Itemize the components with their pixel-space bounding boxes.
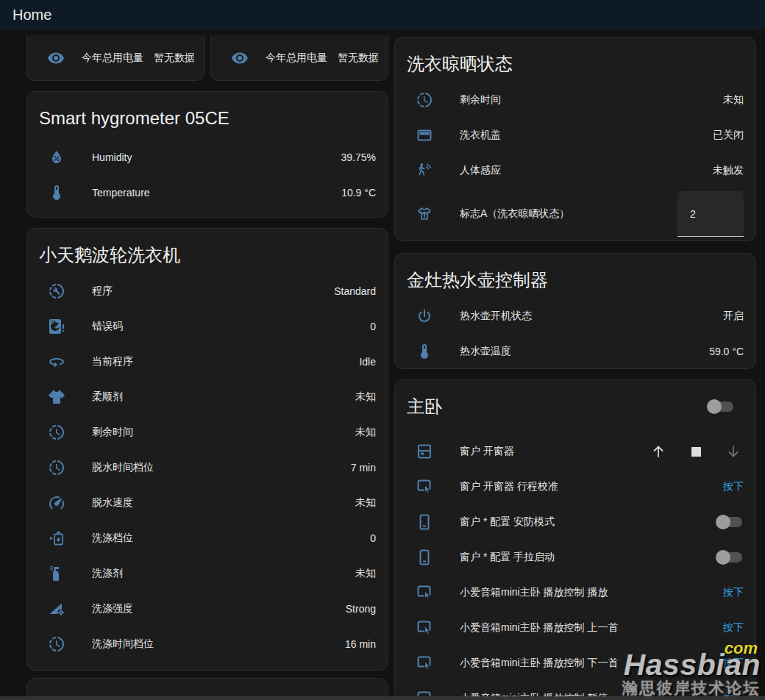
entity-value: Strong	[346, 603, 376, 615]
entity-label: 窗户 * 配置 安防模式	[460, 515, 716, 529]
entity-value: 0	[370, 532, 376, 544]
entity-row-wash-time[interactable]: 洗涤时间档位 16 min	[27, 626, 388, 662]
entity-row-softener[interactable]: 柔顺剂 未知	[27, 379, 388, 415]
water-percent-icon	[48, 149, 65, 166]
entity-row-security-mode[interactable]: 窗户 * 配置 安防模式	[395, 504, 755, 540]
cover-down-button[interactable]	[725, 443, 742, 460]
entity-label: 热水壶温度	[460, 345, 709, 358]
kettle-card: 金灶热水壶控制器 热水壶开机状态 开启 热水壶温度 59.0 °C	[394, 253, 756, 369]
thermometer-icon	[416, 343, 433, 360]
rotate-arrow-icon	[48, 353, 65, 371]
entity-row-travel-calibration[interactable]: 窗户 开窗器 行程校准 按下	[395, 469, 755, 504]
entity-value: 未知	[355, 390, 376, 404]
gesture-tap-icon	[416, 478, 433, 496]
entity-row-washer-lid[interactable]: 洗衣机盖 已关闭	[395, 118, 755, 153]
entity-label: 洗涤剂	[92, 567, 355, 580]
entity-value: 暂无数据	[154, 51, 195, 65]
entity-label: 柔顺剂	[92, 390, 355, 404]
press-button[interactable]: 按下	[723, 621, 744, 635]
gesture-tap-icon	[416, 654, 433, 672]
entity-value: 59.0 °C	[709, 346, 744, 357]
entity-row-program[interactable]: 程序 Standard	[27, 274, 388, 309]
eye-icon	[231, 49, 249, 67]
entity-label: 小爱音箱mini主卧 播放控制 上一首	[460, 621, 723, 635]
entity-value: 未知	[355, 567, 376, 580]
washer-card: 小天鹅波轮洗衣机 程序 Standard 错误码 0 当前程序 Idle	[26, 228, 388, 671]
energy-card-1[interactable]: 今年总用电量 暂无数据	[26, 35, 204, 81]
entity-row-wash-intensity[interactable]: 洗涤强度 Strong	[27, 591, 388, 626]
cover-stop-icon	[691, 447, 701, 457]
entity-row-kettle-temp[interactable]: 热水壶温度 59.0 °C	[395, 334, 755, 369]
entity-label: 脱水速度	[92, 496, 355, 510]
wash-level-icon	[48, 529, 65, 547]
entity-row-temperature[interactable]: Temperature 10.9 °C	[27, 175, 388, 210]
left-column: 今年总用电量 暂无数据 今年总用电量 暂无数据 Smart hygrometer…	[26, 30, 388, 700]
energy-card-2[interactable]: 今年总用电量 暂无数据	[210, 35, 388, 81]
security-mode-toggle[interactable]	[716, 515, 744, 529]
entity-row-wash-level[interactable]: 洗涤档位 0	[27, 521, 388, 556]
page-title: Home	[13, 7, 51, 24]
entity-label: 热水壶开机状态	[460, 310, 723, 323]
entity-row-detergent[interactable]: 洗涤剂 未知	[27, 556, 388, 591]
entity-label: 洗涤强度	[92, 602, 346, 615]
entity-row-speaker-previous[interactable]: 小爱音箱mini主卧 播放控制 上一首 按下	[395, 610, 755, 646]
entity-row-window-cover[interactable]: 窗户 开窗器	[395, 434, 755, 469]
entity-value: 39.75%	[341, 151, 376, 163]
washing-machine-alert-icon	[48, 318, 65, 335]
press-button[interactable]: 按下	[723, 657, 744, 670]
horizontal-scrollbar[interactable]	[0, 696, 765, 700]
right-column: 洗衣晾晒状态 剩余时间 未知 洗衣机盖 已关闭 人体感应 未触发	[394, 30, 756, 700]
entity-row-humidity[interactable]: Humidity 39.75%	[27, 140, 388, 175]
thermometer-icon	[48, 184, 65, 201]
cover-up-button[interactable]	[650, 443, 667, 460]
entity-row-flag-a: 标志A（洗衣晾晒状态） 2	[395, 188, 755, 240]
manual-start-toggle[interactable]	[716, 550, 744, 565]
entity-value: 未知	[355, 496, 376, 510]
flag-a-input[interactable]: 2	[677, 191, 744, 237]
bedroom-master-toggle[interactable]	[707, 399, 735, 414]
card-title: Smart hygrometer 05CE	[27, 92, 388, 137]
entity-row-spin-speed[interactable]: 脱水速度 未知	[27, 485, 388, 521]
entity-label: 剩余时间	[92, 426, 355, 439]
entity-label: 窗户 开窗器 行程校准	[460, 480, 723, 493]
card-title: 主卧	[407, 396, 442, 418]
cover-stop-button[interactable]	[687, 443, 705, 460]
window-shutter-icon	[416, 443, 433, 460]
entity-row-remaining-time[interactable]: 剩余时间 未知	[395, 82, 755, 118]
entity-row-current-program[interactable]: 当前程序 Idle	[27, 344, 388, 379]
motion-sensor-icon	[416, 162, 433, 179]
entity-row-speaker-play[interactable]: 小爱音箱mini主卧 播放控制 播放 按下	[395, 575, 755, 610]
energy-cards-row: 今年总用电量 暂无数据 今年总用电量 暂无数据	[26, 35, 388, 81]
progress-wrench-icon	[48, 282, 65, 300]
toggle-thumb	[716, 515, 730, 529]
progress-clock-icon	[416, 91, 433, 109]
entity-row-manual-start[interactable]: 窗户 * 配置 手拉启动	[395, 540, 755, 575]
progress-clock-icon	[48, 459, 65, 476]
tshirt-up-icon	[416, 205, 433, 223]
entity-row-error-code[interactable]: 错误码 0	[27, 309, 388, 344]
entity-value: 未知	[723, 93, 744, 107]
power-icon	[416, 307, 433, 325]
press-button[interactable]: 按下	[723, 480, 744, 493]
progress-clock-icon	[48, 424, 65, 441]
entity-row-spin-time[interactable]: 脱水时间档位 7 min	[27, 450, 388, 485]
entity-value: 暂无数据	[338, 51, 379, 65]
entity-value: Idle	[359, 356, 376, 368]
entity-row-speaker-next[interactable]: 小爱音箱mini主卧 播放控制 下一首 按下	[395, 646, 755, 681]
entity-label: 洗涤档位	[92, 532, 370, 545]
entity-row-remaining-time[interactable]: 剩余时间 未知	[27, 415, 388, 450]
lid-icon	[416, 126, 433, 144]
spray-bottle-icon	[48, 565, 65, 582]
card-header: 主卧	[395, 380, 755, 425]
entity-row-kettle-power[interactable]: 热水壶开机状态 开启	[395, 299, 755, 334]
bedroom-card: 主卧 窗户 开窗器 窗户 开窗器	[394, 379, 756, 700]
entity-row-motion[interactable]: 人体感应 未触发	[395, 153, 755, 188]
gesture-tap-icon	[416, 584, 433, 601]
toggle-thumb	[707, 399, 722, 414]
press-button[interactable]: 按下	[723, 586, 744, 599]
input-value: 2	[690, 208, 696, 220]
gesture-tap-icon	[416, 619, 433, 637]
entity-value: 0	[370, 321, 376, 332]
app-bar: Home	[0, 0, 765, 30]
toggle-thumb	[716, 550, 730, 565]
